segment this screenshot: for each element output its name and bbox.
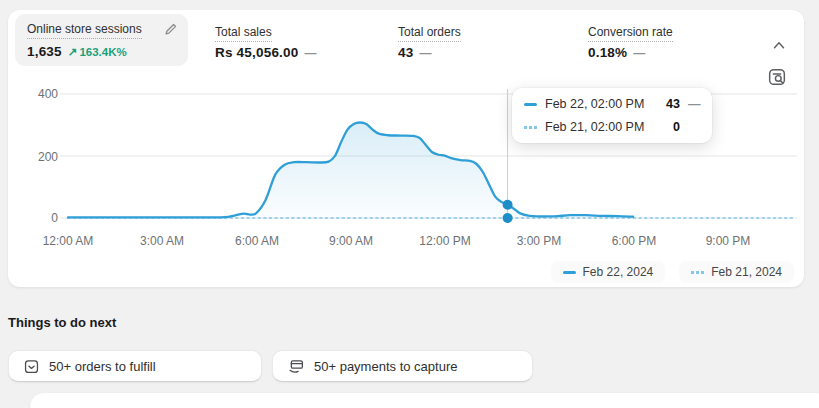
tooltip-label: Feb 21, 02:00 PM (545, 120, 644, 134)
tooltip-value: 43 (662, 97, 680, 111)
metric-total-orders[interactable]: Total orders 43 — (398, 22, 461, 60)
metric-label: Online store sessions (27, 22, 142, 39)
legend-item-feb-21: Feb 21, 2024 (679, 261, 794, 283)
tooltip-row: Feb 22, 02:00 PM 43 — (524, 97, 700, 111)
x-axis-tick: 9:00 AM (329, 234, 373, 248)
comparison-dash: — (419, 46, 431, 60)
pill-label: 50+ payments to capture (314, 359, 457, 374)
metric-tile-online-store-sessions[interactable]: Online store sessions 1,635 ↗ 163.4K% (15, 14, 188, 66)
metric-value: 43 (398, 45, 413, 60)
payments-to-capture-button[interactable]: 50+ payments to capture (272, 350, 533, 382)
dashboard-screen: Online store sessions 1,635 ↗ 163.4K% To… (0, 0, 819, 408)
payment-capture-icon (287, 358, 305, 375)
pill-label: 50+ orders to fulfill (49, 359, 156, 374)
x-axis-tick: 6:00 PM (612, 234, 657, 248)
tooltip-row: Feb 21, 02:00 PM 0 (524, 120, 700, 134)
tooltip-label: Feb 22, 02:00 PM (545, 97, 644, 111)
metric-value: Rs 45,056.00 (215, 45, 298, 60)
comparison-dash: — (633, 46, 645, 60)
metric-value: 1,635 (27, 44, 62, 59)
trend-up-icon: ↗ (68, 45, 78, 59)
metric-value: 0.18% (588, 45, 627, 60)
chart-tooltip: Feb 22, 02:00 PM 43 — Feb 21, 02:00 PM 0 (512, 88, 712, 143)
analytics-card: Online store sessions 1,635 ↗ 163.4K% To… (8, 10, 804, 287)
metric-label: Total orders (398, 25, 461, 42)
metric-conversion-rate[interactable]: Conversion rate 0.18% — (588, 22, 673, 60)
metric-label: Conversion rate (588, 25, 673, 42)
tooltip-value: 0 (662, 120, 680, 134)
series-solid-marker (563, 271, 576, 274)
legend-label: Feb 22, 2024 (583, 265, 654, 279)
chevron-up-icon[interactable] (770, 38, 788, 52)
metric-delta: ↗ 163.4K% (68, 45, 127, 59)
legend-label: Feb 21, 2024 (711, 265, 782, 279)
x-axis-tick: 3:00 AM (140, 234, 184, 248)
comparison-dash: — (304, 46, 316, 60)
next-section-card (30, 393, 819, 408)
x-axis-tick: 6:00 AM (235, 234, 279, 248)
orders-to-fulfill-button[interactable]: 50+ orders to fulfill (8, 350, 262, 382)
tooltip-comparison-dash: — (688, 97, 700, 111)
series-dotted-marker (524, 126, 537, 129)
x-axis-tick: 12:00 PM (419, 234, 470, 248)
series-solid-marker (524, 103, 537, 106)
chart-legend: Feb 22, 2024 Feb 21, 2024 (551, 261, 794, 283)
metric-label: Total sales (215, 25, 272, 42)
x-axis-tick: 12:00 AM (43, 234, 94, 248)
legend-item-feb-22: Feb 22, 2024 (551, 261, 666, 283)
things-to-do-heading: Things to do next (8, 315, 116, 330)
series-dotted-marker (691, 271, 704, 274)
metric-total-sales[interactable]: Total sales Rs 45,056.00 — (215, 22, 316, 60)
orders-box-icon (23, 358, 40, 375)
delta-percentage: 163.4K% (79, 46, 126, 58)
x-axis-tick: 3:00 PM (517, 234, 562, 248)
pencil-icon[interactable] (163, 22, 178, 37)
x-axis-tick: 9:00 PM (706, 234, 751, 248)
